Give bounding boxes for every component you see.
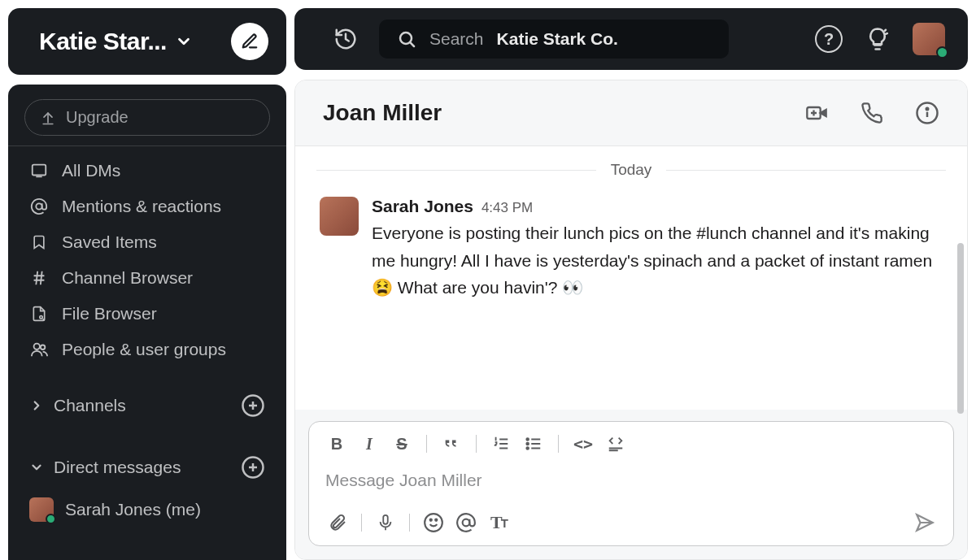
emoji-button[interactable] xyxy=(420,510,447,536)
audio-button[interactable] xyxy=(372,510,399,536)
quote-icon xyxy=(442,435,460,453)
presence-active-icon xyxy=(936,46,948,59)
message-text: Everyone is posting their lunch pics on … xyxy=(372,219,943,302)
search-icon xyxy=(397,29,416,49)
section-label: Direct messages xyxy=(54,458,181,477)
svg-point-12 xyxy=(526,443,529,445)
at-icon xyxy=(455,512,477,533)
bullet-list-button[interactable] xyxy=(521,432,547,456)
scrollbar[interactable] xyxy=(957,243,964,430)
main: Search Katie Stark Co. ? Joan Miller xyxy=(294,0,976,560)
date-divider: Today xyxy=(295,146,967,184)
send-icon xyxy=(913,512,936,533)
svg-point-4 xyxy=(41,345,46,350)
compose-button[interactable] xyxy=(231,23,268,60)
start-call-button[interactable] xyxy=(860,101,884,125)
add-dm-button[interactable] xyxy=(241,455,265,480)
people-icon xyxy=(29,340,49,359)
svg-point-17 xyxy=(435,519,437,521)
nav-saved[interactable]: Saved Items xyxy=(15,224,280,260)
avatar xyxy=(29,497,54,522)
help-button[interactable]: ? xyxy=(815,25,843,53)
message-time: 4:43 PM xyxy=(481,200,533,216)
svg-point-13 xyxy=(526,447,529,449)
svg-point-1 xyxy=(36,203,41,209)
conversation-header: Joan Miller xyxy=(295,80,967,146)
message-input[interactable]: Message Joan Miller xyxy=(309,459,953,503)
all-dms-icon xyxy=(29,161,49,180)
bold-button[interactable]: B xyxy=(324,432,350,456)
formatting-toggle[interactable]: TT xyxy=(485,510,512,536)
history-icon xyxy=(333,27,358,51)
nav-label: Saved Items xyxy=(62,232,157,252)
sidebar-body: Upgrade All DMs Mentions & reactions xyxy=(8,85,286,560)
info-icon xyxy=(915,101,939,125)
paperclip-icon xyxy=(328,512,347,533)
video-plus-icon xyxy=(804,102,829,124)
ordered-list-button[interactable] xyxy=(488,432,514,456)
user-menu[interactable] xyxy=(913,23,945,55)
upload-icon xyxy=(40,110,56,126)
strike-button[interactable]: S xyxy=(389,432,415,456)
lightbulb-icon xyxy=(865,27,890,51)
nav-channel-browser[interactable]: Channel Browser xyxy=(15,260,280,296)
mentions-icon xyxy=(29,197,49,216)
history-button[interactable] xyxy=(333,27,358,51)
conversation-title[interactable]: Joan Miller xyxy=(323,100,442,126)
bullet-list-icon xyxy=(525,435,542,453)
phone-icon xyxy=(861,102,883,124)
dm-name: Sarah Jones (me) xyxy=(65,500,201,519)
start-video-button[interactable] xyxy=(804,101,829,125)
svg-point-11 xyxy=(526,438,529,441)
quote-button[interactable] xyxy=(438,432,464,456)
dm-item-self[interactable]: Sarah Jones (me) xyxy=(15,491,280,528)
code-block-button[interactable] xyxy=(603,432,629,456)
channel-browser-icon xyxy=(29,268,49,288)
message: Sarah Jones 4:43 PM Everyone is posting … xyxy=(295,184,967,306)
file-browser-icon xyxy=(29,304,49,323)
nav-mentions[interactable]: Mentions & reactions xyxy=(15,189,280,224)
svg-point-16 xyxy=(430,519,432,521)
italic-button[interactable]: I xyxy=(356,432,382,456)
mention-button[interactable] xyxy=(452,510,480,536)
nav-people[interactable]: People & user groups xyxy=(15,332,280,367)
add-channel-button[interactable] xyxy=(241,393,265,418)
hints-button[interactable] xyxy=(864,25,891,53)
section-channels[interactable]: Channels xyxy=(15,385,280,426)
nav-file-browser[interactable]: File Browser xyxy=(15,296,280,332)
code-block-icon xyxy=(606,435,625,453)
conversation-pane: Joan Miller Today Sarah xyxy=(294,80,968,560)
bookmark-icon xyxy=(29,232,49,252)
section-dms[interactable]: Direct messages xyxy=(15,447,280,488)
format-toolbar: B I S <> xyxy=(309,422,953,459)
nav-label: Channel Browser xyxy=(62,268,193,288)
svg-point-3 xyxy=(34,344,40,349)
message-composer: B I S <> xyxy=(308,421,954,546)
nav-label: File Browser xyxy=(62,304,157,323)
search-prefix: Search xyxy=(429,29,484,49)
workspace-name: Katie Star... xyxy=(39,28,167,55)
code-button[interactable]: <> xyxy=(570,432,596,456)
top-bar: Search Katie Stark Co. ? xyxy=(294,8,968,70)
nav-label: Mentions & reactions xyxy=(62,197,221,216)
pencil-icon xyxy=(241,33,259,50)
nav-label: All DMs xyxy=(62,161,120,180)
presence-active-icon xyxy=(46,514,56,524)
ordered-list-icon xyxy=(492,435,510,453)
plus-circle-icon xyxy=(241,393,265,418)
attach-button[interactable] xyxy=(324,510,351,536)
sidebar: Katie Star... Upgrade All DMs xyxy=(0,0,294,560)
upgrade-button[interactable]: Upgrade xyxy=(24,99,270,136)
send-button[interactable] xyxy=(911,510,939,536)
workspace-switcher[interactable]: Katie Star... xyxy=(8,8,286,75)
avatar[interactable] xyxy=(320,197,359,236)
chevron-down-icon xyxy=(175,33,193,50)
date-label: Today xyxy=(611,161,652,179)
svg-point-15 xyxy=(425,514,442,532)
chevron-down-icon xyxy=(29,460,44,475)
info-button[interactable] xyxy=(915,101,939,125)
nav-all-dms[interactable]: All DMs xyxy=(15,153,280,189)
search-input[interactable]: Search Katie Stark Co. xyxy=(379,20,729,59)
message-author[interactable]: Sarah Jones xyxy=(372,197,473,216)
svg-point-2 xyxy=(40,316,42,319)
